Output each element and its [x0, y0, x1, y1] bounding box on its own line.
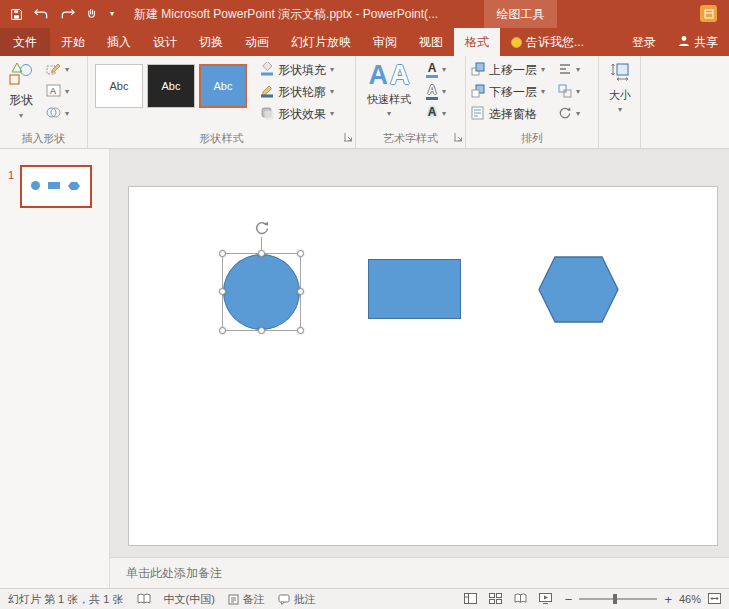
dropdown-arrow-icon: ▾ [65, 110, 69, 118]
quick-styles-button[interactable]: AA 快速样式 ▾ [360, 58, 418, 130]
dropdown-arrow-icon: ▾ [442, 88, 446, 96]
shape-style-option-blue-selected[interactable]: Abc [199, 64, 247, 108]
text-outline-icon: A [426, 84, 438, 100]
bring-forward-button[interactable]: 上移一层 ▾ [471, 60, 545, 80]
shape-effects-icon [260, 106, 274, 123]
powerpoint-window: ▾ 新建 Microsoft PowerPoint 演示文稿.pptx - Po… [0, 0, 729, 609]
slide-number: 1 [8, 169, 14, 181]
group-objects-button[interactable]: ▾ [558, 82, 580, 102]
resize-handle-sw[interactable] [219, 327, 226, 334]
title-bar: ▾ 新建 Microsoft PowerPoint 演示文稿.pptx - Po… [0, 0, 729, 28]
tab-format-active[interactable]: 格式 [454, 28, 500, 56]
shape-fill-button[interactable]: 形状填充 ▾ [260, 60, 334, 80]
normal-view-icon[interactable] [464, 593, 477, 606]
sign-in-button[interactable]: 登录 [621, 28, 667, 56]
lightbulb-icon [511, 37, 522, 48]
proofing-icon[interactable] [137, 593, 151, 605]
dropdown-arrow-icon: ▾ [576, 110, 580, 118]
thumb-hexagon [68, 182, 80, 190]
notes-pane[interactable]: 单击此处添加备注 [110, 557, 729, 588]
touch-mode-icon[interactable] [86, 8, 99, 21]
edit-shape-icon [46, 61, 61, 79]
zoom-slider[interactable] [579, 598, 657, 600]
resize-handle-se[interactable] [297, 327, 304, 334]
text-effects-icon: A [426, 106, 438, 122]
tab-review[interactable]: 审阅 [362, 28, 408, 56]
group-label-insert-shapes: 插入形状 [0, 131, 87, 146]
undo-icon[interactable] [34, 8, 49, 20]
group-label-wordart: 艺术字样式 [356, 131, 465, 146]
size-button[interactable]: 大小 ▾ [601, 58, 639, 138]
tab-view[interactable]: 视图 [408, 28, 454, 56]
resize-handle-ne[interactable] [297, 250, 304, 257]
merge-shapes-button[interactable]: ▾ [46, 104, 69, 124]
language-indicator[interactable]: 中文(中国) [164, 592, 215, 607]
tab-tell-me[interactable]: 告诉我您... [500, 28, 595, 56]
rotate-handle-icon[interactable] [254, 220, 270, 239]
resize-handle-w[interactable] [219, 288, 226, 295]
thumb-rectangle [48, 182, 60, 189]
text-box-button[interactable]: A ▾ [46, 82, 69, 102]
redo-icon[interactable] [60, 8, 75, 20]
rectangle-shape[interactable] [368, 259, 461, 319]
comments-toggle[interactable]: 批注 [278, 592, 316, 607]
fit-to-window-icon[interactable] [708, 593, 721, 606]
dropdown-arrow-icon: ▾ [541, 88, 545, 96]
share-button[interactable]: 共享 [667, 28, 729, 56]
wordart-gallery-icon: AA [369, 62, 410, 89]
zoom-level[interactable]: 46% [679, 593, 701, 605]
shape-outline-button[interactable]: 形状轮廓 ▾ [260, 82, 334, 102]
reading-view-icon[interactable] [514, 593, 527, 606]
shape-style-option-black[interactable]: Abc [147, 64, 195, 108]
slide-sorter-view-icon[interactable] [489, 593, 502, 606]
rotate-button[interactable]: ▾ [558, 104, 580, 124]
qat-dropdown-arrow-icon[interactable]: ▾ [110, 10, 114, 18]
thumb-ellipse [31, 181, 40, 190]
text-effects-button[interactable]: A ▾ [426, 104, 446, 124]
slide-canvas[interactable] [128, 186, 718, 546]
dropdown-arrow-icon: ▾ [576, 66, 580, 74]
tab-home[interactable]: 开始 [50, 28, 96, 56]
shape-effects-button[interactable]: 形状效果 ▾ [260, 104, 334, 124]
text-outline-button[interactable]: A ▾ [426, 82, 446, 102]
slide-thumbnail-selected[interactable] [20, 165, 92, 208]
slide-thumbnail-panel: 1 [0, 149, 110, 588]
shape-style-gallery: Abc Abc Abc [95, 64, 247, 108]
selection-pane-button[interactable]: 选择窗格 [471, 104, 537, 124]
zoom-controls: − + 46% [565, 593, 721, 606]
align-button[interactable]: ▾ [558, 60, 580, 80]
tab-transitions[interactable]: 切换 [188, 28, 234, 56]
shapes-button[interactable]: 形状 ▾ [3, 58, 39, 130]
zoom-slider-thumb[interactable] [613, 594, 617, 604]
status-bar: 幻灯片 第 1 张，共 1 张 中文(中国) 备注 批注 [0, 588, 729, 609]
dropdown-arrow-icon: ▾ [576, 88, 580, 96]
resize-handle-nw[interactable] [219, 250, 226, 257]
shape-style-option-white[interactable]: Abc [95, 64, 143, 108]
tab-slideshow[interactable]: 幻灯片放映 [280, 28, 362, 56]
ribbon-display-options-icon[interactable] [700, 5, 717, 22]
shape-fill-icon [260, 62, 274, 79]
text-fill-button[interactable]: A ▾ [426, 60, 446, 80]
hexagon-shape[interactable] [538, 256, 619, 323]
send-backward-button[interactable]: 下移一层 ▾ [471, 82, 545, 102]
tab-design[interactable]: 设计 [142, 28, 188, 56]
resize-handle-s[interactable] [258, 327, 265, 334]
tab-file[interactable]: 文件 [0, 28, 50, 56]
tab-insert[interactable]: 插入 [96, 28, 142, 56]
dropdown-arrow-icon: ▾ [618, 106, 622, 114]
save-icon[interactable] [10, 8, 23, 21]
tab-animations[interactable]: 动画 [234, 28, 280, 56]
notes-toggle[interactable]: 备注 [228, 592, 265, 607]
resize-handle-e[interactable] [297, 288, 304, 295]
slideshow-view-icon[interactable] [539, 593, 552, 606]
group-objects-icon [558, 84, 572, 101]
resize-handle-n[interactable] [258, 250, 265, 257]
zoom-out-button[interactable]: − [565, 593, 573, 606]
wordart-dialog-launcher-icon[interactable] [454, 131, 463, 145]
zoom-in-button[interactable]: + [664, 593, 672, 606]
dropdown-arrow-icon: ▾ [330, 88, 334, 96]
selection-pane-icon [471, 106, 485, 123]
size-icon [610, 62, 630, 85]
edit-shape-button[interactable]: ▾ [46, 60, 69, 80]
shape-styles-dialog-launcher-icon[interactable] [344, 131, 353, 145]
